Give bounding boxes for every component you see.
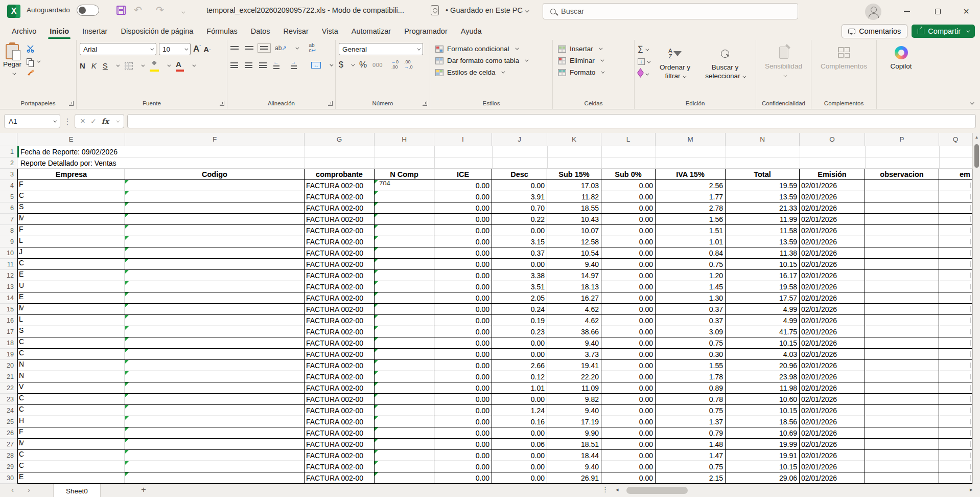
comprobante-cell[interactable]: FACTURA 002-00 [305,394,375,405]
emision-cell[interactable]: 02/01/2026 [800,472,865,484]
sub0-cell[interactable]: 0.00 [601,236,656,247]
extra-cell[interactable] [939,225,972,236]
row-header-29[interactable]: 29 [0,461,17,472]
ncomp-cell[interactable] [375,394,434,405]
emision-cell[interactable]: 02/01/2026 [800,292,865,304]
sub15-cell[interactable]: 10.54 [547,247,601,259]
emision-cell[interactable]: 02/01/2026 [800,236,865,247]
column-header-Q[interactable]: Q [939,133,972,146]
sub0-cell[interactable]: 0.00 [601,461,656,472]
iva15-cell[interactable]: 0.30 [656,349,726,360]
comprobante-cell[interactable]: FACTURA 002-00 [305,259,375,270]
comprobante-cell[interactable]: FACTURA 002-00 [305,472,375,484]
row-header-4[interactable]: 4 [0,180,17,191]
ice-cell[interactable]: 0.00 [434,326,492,337]
tab-vista[interactable]: Vista [315,24,345,38]
ncomp-cell[interactable] [375,416,434,427]
total-cell[interactable]: 10.15 [726,259,800,270]
ncomp-cell[interactable] [375,360,434,371]
total-cell[interactable]: 19.59 [726,180,800,191]
extra-cell[interactable] [939,405,972,416]
ncomp-cell[interactable] [375,259,434,270]
comprobante-cell[interactable]: FACTURA 002-00 [305,371,375,382]
sub0-cell[interactable]: 0.00 [601,394,656,405]
ncomp-cell[interactable] [375,247,434,259]
sub15-cell[interactable]: 11.09 [547,382,601,394]
align-left-button[interactable] [230,62,238,68]
total-cell[interactable]: 10.60 [726,394,800,405]
iva15-cell[interactable]: 1.48 [656,439,726,450]
font-name-select[interactable]: Arial [80,43,156,55]
cut-icon[interactable] [27,45,39,55]
codigo-cell[interactable] [125,304,305,315]
conditional-formatting-button[interactable]: Formato condicional [433,43,549,55]
comprobante-cell[interactable]: FACTURA 002-00 [305,225,375,236]
codigo-cell[interactable] [125,337,305,349]
empresa-cell[interactable]: M [17,304,125,315]
next-sheet-icon[interactable]: › [28,485,30,494]
ice-cell[interactable]: 0.00 [434,236,492,247]
row-header-18[interactable]: 18 [0,337,17,349]
sub15-cell[interactable]: 4.62 [547,315,601,326]
number-dialog-launcher[interactable] [423,101,427,106]
desc-cell[interactable]: 0.00 [492,472,547,484]
sub15-cell[interactable]: 16.27 [547,292,601,304]
codigo-cell[interactable] [125,292,305,304]
sub15-cell[interactable]: 9.40 [547,405,601,416]
sub0-cell[interactable]: 0.00 [601,371,656,382]
comprobante-cell[interactable]: FACTURA 002-00 [305,461,375,472]
iva15-cell[interactable]: 0.75 [656,405,726,416]
decrease-indent-button[interactable]: ← [273,59,284,71]
empresa-cell[interactable]: M [17,439,125,450]
tab-insertar[interactable]: Insertar [76,24,114,38]
observacion-cell[interactable] [865,461,939,472]
empresa-cell[interactable]: H [17,416,125,427]
total-cell[interactable]: 23.98 [726,371,800,382]
empresa-cell[interactable]: N [17,371,125,382]
codigo-cell[interactable] [125,214,305,225]
column-header-I[interactable]: I [434,133,492,146]
comprobante-cell[interactable]: FACTURA 002-00 [305,281,375,292]
number-format-select[interactable]: General [339,43,423,55]
underline-button[interactable]: S [103,61,108,70]
emision-cell[interactable]: 02/01/2026 [800,405,865,416]
emision-cell[interactable]: 02/01/2026 [800,259,865,270]
total-cell[interactable]: 19.91 [726,450,800,461]
collapse-ribbon-chevron[interactable] [970,100,974,104]
currency-button[interactable]: $ [339,60,343,70]
codigo-cell[interactable] [125,360,305,371]
cancel-icon[interactable]: × [80,116,85,126]
redo-icon[interactable]: ↷ [156,4,164,16]
desc-cell[interactable]: 3.38 [492,270,547,281]
iva15-cell[interactable]: 1.45 [656,281,726,292]
codigo-cell[interactable] [125,191,305,202]
column-header-O[interactable]: O [800,133,865,146]
codigo-cell[interactable] [125,315,305,326]
spreadsheet-row[interactable]: Reporte Detallado por: Ventas [17,157,972,169]
comprobante-cell[interactable]: FACTURA 002-00 [305,247,375,259]
sub0-cell[interactable]: 0.00 [601,202,656,214]
emision-cell[interactable]: 02/01/2026 [800,427,865,439]
sub0-cell[interactable]: 0.00 [601,439,656,450]
extra-cell[interactable] [939,360,972,371]
iva15-cell[interactable]: 2.15 [656,472,726,484]
emision-cell[interactable]: 02/01/2026 [800,349,865,360]
emision-cell[interactable]: 02/01/2026 [800,326,865,337]
total-cell[interactable]: 13.59 [726,191,800,202]
sub0-cell[interactable]: 0.00 [601,326,656,337]
sub15-cell[interactable]: 14.97 [547,270,601,281]
horizontal-scrollbar[interactable] [624,486,967,494]
italic-button[interactable]: K [91,61,97,70]
observacion-cell[interactable] [865,281,939,292]
row-header-20[interactable]: 20 [0,360,17,371]
empresa-cell[interactable]: C [17,394,125,405]
excel-logo-icon[interactable]: X [7,5,20,18]
align-right-button[interactable] [259,62,267,68]
iva15-cell[interactable]: 1.77 [656,191,726,202]
formula-bar-grip-icon[interactable]: ⋮ [63,117,72,126]
ncomp-cell[interactable] [375,382,434,394]
scroll-left-icon[interactable]: ◂ [616,486,619,493]
observacion-cell[interactable] [865,259,939,270]
ice-cell[interactable]: 0.00 [434,405,492,416]
row-header-19[interactable]: 19 [0,349,17,360]
